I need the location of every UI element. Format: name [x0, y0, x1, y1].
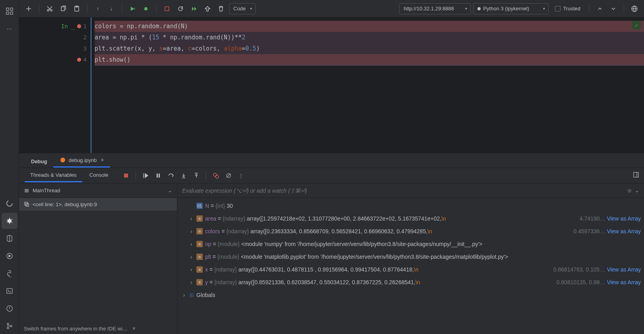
- breakpoint-icon[interactable]: [77, 58, 81, 62]
- layout-icon[interactable]: [633, 172, 641, 180]
- svg-point-10: [7, 327, 9, 329]
- cell-type-select[interactable]: Code: [229, 3, 256, 14]
- array-icon: ≡: [196, 228, 203, 234]
- debug-subtabs: Threads & Variables Console ⋮: [19, 168, 644, 184]
- var-row[interactable]: › ≡ area = {ndarray} array([1.25974218e+…: [177, 212, 644, 225]
- var-row-globals[interactable]: › ⊞ Globals: [177, 289, 644, 301]
- line-number: 1: [83, 23, 87, 29]
- run-cell-icon[interactable]: I: [127, 3, 138, 14]
- expand-icon[interactable]: ›: [188, 215, 194, 222]
- terminal-icon[interactable]: [2, 283, 17, 299]
- python-icon[interactable]: [2, 266, 17, 281]
- svg-point-13: [50, 10, 52, 11]
- left-rail: ⋯: [0, 0, 19, 334]
- paste-icon[interactable]: [71, 3, 82, 14]
- vcs-icon[interactable]: [2, 318, 17, 334]
- var-value: array([0.44763031, 0.4878115 , 0.9915696…: [239, 266, 414, 273]
- tab-label: debug.ipynb: [68, 157, 97, 163]
- var-row[interactable]: › ≡ np = {module} <module 'numpy' from '…: [177, 238, 644, 250]
- trusted-checkbox[interactable]: [555, 6, 561, 12]
- debug-cell-icon[interactable]: [140, 3, 151, 14]
- thread-name: MainThread: [33, 188, 60, 193]
- expand-icon[interactable]: ›: [188, 279, 194, 285]
- copy-icon[interactable]: [58, 3, 69, 14]
- view-as-array-link[interactable]: View as Array: [607, 266, 641, 273]
- view-as-array-link[interactable]: View as Array: [607, 215, 641, 222]
- more-icon[interactable]: ⋮: [236, 170, 247, 181]
- pause-icon[interactable]: [153, 170, 164, 181]
- globe-icon[interactable]: [629, 3, 640, 14]
- add-watch-icon[interactable]: ⊕: [627, 188, 632, 193]
- apps-icon[interactable]: [2, 3, 17, 19]
- close-icon[interactable]: ×: [101, 157, 104, 163]
- var-row[interactable]: 01 N = {int} 30: [177, 199, 644, 212]
- thread-selector[interactable]: MainThread ⌄: [19, 184, 177, 198]
- var-value: 30: [227, 203, 233, 209]
- collapse-down-icon[interactable]: [608, 3, 619, 14]
- var-row[interactable]: › ≡ plt = {module} <module 'matplotlib.p…: [177, 250, 644, 263]
- expand-icon[interactable]: ›: [188, 254, 194, 260]
- expand-icon[interactable]: ›: [181, 292, 187, 298]
- code-editor[interactable]: In _1 2 3 4 colors = np.random.rand(N) a…: [19, 18, 644, 153]
- stop-debug-icon[interactable]: [120, 170, 132, 181]
- view-breakpoints-icon[interactable]: [210, 170, 221, 181]
- delete-icon[interactable]: [215, 3, 227, 14]
- svg-rect-18: [165, 7, 169, 11]
- bug-icon[interactable]: [2, 213, 17, 229]
- code-content[interactable]: colors = np.random.rand(N) area = np.pi …: [91, 18, 644, 153]
- view-as-array-link[interactable]: View as Array: [607, 279, 641, 285]
- more-icon[interactable]: ⋯: [2, 21, 17, 37]
- mute-breakpoints-icon[interactable]: [223, 170, 234, 181]
- subtab-console[interactable]: Console: [84, 169, 114, 182]
- step-out-icon[interactable]: [191, 170, 202, 181]
- module-icon: ≡: [196, 254, 203, 260]
- server-url-select[interactable]: http://10.32.1.29:8888: [399, 3, 471, 14]
- subtab-label: Console: [89, 172, 109, 178]
- stop-icon[interactable]: [161, 3, 173, 14]
- kernel-select[interactable]: Python 3 (ipykernel): [473, 3, 549, 14]
- var-value: <module 'matplotlib.pyplot' from '/home/…: [241, 254, 508, 260]
- step-into-icon[interactable]: [178, 170, 189, 181]
- frame-row[interactable]: <cell line: 1>, debug.ipynb:9: [19, 198, 177, 211]
- var-type: {ndarray}: [214, 279, 237, 285]
- collapse-up-icon[interactable]: [594, 3, 605, 14]
- var-row[interactable]: › ≡ colors = {ndarray} array([0.23633334…: [177, 225, 644, 238]
- step-over-icon[interactable]: [165, 170, 177, 181]
- var-type: {ndarray}: [223, 215, 245, 222]
- var-row[interactable]: › ≡ x = {ndarray} array([0.44763031, 0.4…: [177, 263, 644, 276]
- chevron-down-icon[interactable]: ⌄: [635, 188, 639, 193]
- svg-point-24: [213, 173, 217, 176]
- code-text: 2: [242, 34, 245, 41]
- problems-icon[interactable]: [2, 301, 17, 316]
- cut-icon[interactable]: [44, 3, 55, 14]
- evaluate-input[interactable]: [182, 188, 624, 194]
- move-up-icon[interactable]: ↑: [92, 3, 103, 14]
- add-cell-icon[interactable]: [23, 3, 34, 14]
- trusted-toggle[interactable]: Trusted: [555, 6, 580, 12]
- resume-icon[interactable]: [140, 170, 151, 181]
- subtab-threads[interactable]: Threads & Variables: [25, 169, 82, 182]
- clear-output-icon[interactable]: [202, 3, 213, 14]
- main-column: ↑ ↓ I Code http://10.32.1.29:8888 Python…: [19, 0, 644, 334]
- view-as-array-link[interactable]: View as Array: [607, 228, 641, 234]
- move-down-icon[interactable]: ↓: [106, 3, 117, 14]
- tab-file[interactable]: debug.ipynb ×: [53, 154, 110, 168]
- expand-icon[interactable]: ›: [188, 266, 194, 273]
- close-icon[interactable]: ×: [132, 325, 136, 332]
- svg-rect-23: [159, 174, 160, 178]
- svg-rect-27: [634, 172, 638, 177]
- expand-icon[interactable]: ›: [188, 241, 194, 247]
- expand-icon[interactable]: ›: [188, 228, 194, 234]
- restart-icon[interactable]: [175, 3, 186, 14]
- var-row[interactable]: › ≡ y = {ndarray} array([0.85921336, 0.6…: [177, 276, 644, 289]
- breakpoint-icon[interactable]: [77, 24, 81, 28]
- run-icon[interactable]: [2, 248, 17, 264]
- tab-debug[interactable]: Debug: [25, 155, 53, 168]
- database-icon[interactable]: [2, 230, 17, 246]
- var-type: {ndarray}: [214, 266, 237, 273]
- globals-label: Globals: [196, 292, 215, 298]
- run-all-icon[interactable]: [188, 3, 200, 14]
- chevron-down-icon[interactable]: ⌄: [168, 188, 172, 193]
- frames-column: MainThread ⌄ <cell line: 1>, debug.ipynb…: [19, 184, 177, 334]
- progress-icon[interactable]: [2, 195, 17, 211]
